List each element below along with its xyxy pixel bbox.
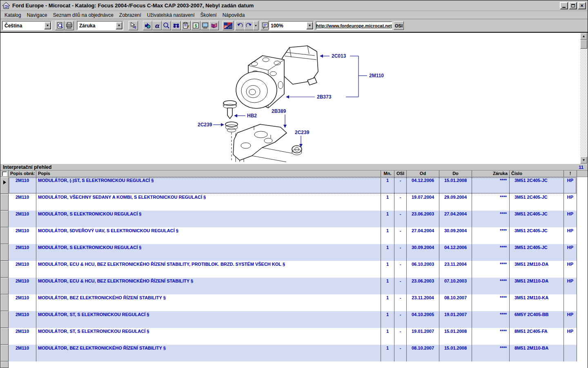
cell-zaruka: ****	[472, 261, 510, 278]
header-od[interactable]: Od	[407, 171, 439, 177]
diagram-label-2b389: 2B389	[272, 108, 286, 114]
cell-popis: MODULÁTOR, ST, S ELEKTRONICKOU REGULACÍ …	[36, 311, 381, 328]
search-button[interactable]	[172, 21, 181, 30]
table-row[interactable]: 2M110 MODULÁTOR, BEZ ELEKTRONICKÉHO ŘÍZE…	[0, 294, 577, 311]
row-gutter[interactable]	[0, 278, 9, 294]
menu-napoveda[interactable]: Nápověda	[220, 11, 247, 19]
flags-button[interactable]	[223, 21, 234, 30]
print-preview-button[interactable]	[55, 21, 65, 30]
minimize-button[interactable]	[560, 2, 568, 9]
cell-mn: 1	[381, 227, 394, 244]
scroll-down-button[interactable]: ▼	[580, 157, 587, 164]
url-link-field[interactable]: http://www.fordeurope.microcat.net	[316, 21, 392, 30]
row-gutter[interactable]	[0, 345, 9, 361]
table-row[interactable]: 2M110 MODULÁTOR, S ELEKTRONICKOU REGULAC…	[0, 244, 577, 261]
maximize-button[interactable]	[569, 2, 577, 9]
language-dropdown[interactable]: Čeština ▼	[2, 21, 52, 30]
redo-dropdown-button[interactable]: ▼	[253, 21, 258, 30]
cell-popis: MODULÁTOR, ST, S ELEKTRONICKOU REGULACÍ …	[36, 328, 381, 345]
header-popis[interactable]: Popis	[36, 171, 381, 177]
price-info-button[interactable]: $	[191, 21, 200, 30]
zoom-button[interactable]	[162, 21, 171, 30]
cell-zaruka: ****	[472, 328, 510, 345]
scrollbar-thumb[interactable]	[580, 40, 587, 49]
cell-popis: MODULÁTOR, ECU & HCU, BEZ ELEKTRONICKÉHO…	[36, 278, 381, 294]
cell-zaruka: ****	[472, 345, 510, 361]
menu-seznam-dilu[interactable]: Seznam dílů na objednávce	[51, 11, 116, 19]
table-row[interactable]: 2M110 MODULÁTOR, ST, S ELEKTRONICKOU REG…	[0, 328, 577, 345]
notes-bubble-icon	[262, 22, 269, 29]
table-row[interactable]: 2M110 MODULÁTOR, BEZ ELEKTRONICKÉHO ŘÍZE…	[0, 345, 577, 361]
table-row[interactable]: 2M110 MODULÁTOR, S ELEKTRONICKOU REGULAC…	[0, 211, 577, 227]
cell-od: 23.06.2003	[407, 211, 439, 227]
vertical-scrollbar[interactable]: ▲ ▼	[580, 33, 587, 164]
menu-skoleni[interactable]: Školení	[198, 11, 219, 19]
menu-zobrazeni[interactable]: Zobrazení	[117, 11, 144, 19]
row-gutter[interactable]	[0, 244, 9, 261]
undo-button[interactable]	[235, 21, 245, 30]
print-button[interactable]	[65, 21, 74, 30]
row-gutter[interactable]	[0, 177, 9, 194]
cell-hp: HP	[564, 311, 577, 328]
filter-dropdown[interactable]: Záruka ▼	[77, 21, 123, 30]
row-gutter[interactable]	[0, 311, 9, 328]
select-all-cell[interactable]	[0, 171, 9, 177]
order-list-button[interactable]	[181, 21, 191, 30]
cell-cislo: 3M51 2M110-DA	[510, 278, 564, 294]
diagram-label-2c239-right: 2C239	[295, 130, 310, 135]
url-link[interactable]: http://www.fordeurope.microcat.net	[316, 23, 392, 28]
help-book-button[interactable]: ?	[209, 21, 219, 30]
header-mn[interactable]: Mn.	[381, 171, 394, 177]
cell-cislo: 3M51 2M110-DA	[510, 261, 564, 278]
cell-od: 06.10.2003	[407, 261, 439, 278]
redo-button[interactable]	[244, 21, 254, 30]
cell-od: 08.10.2007	[407, 345, 439, 361]
menu-katalog[interactable]: Katalog	[2, 11, 24, 19]
header-cislo[interactable]: Číslo	[510, 171, 564, 177]
chevron-down-icon[interactable]: ▼	[44, 22, 51, 29]
row-gutter[interactable]	[0, 211, 9, 227]
zoom-dropdown[interactable]: 100% ▼	[268, 21, 314, 30]
scroll-up-button[interactable]: ▲	[580, 33, 587, 40]
monitor-button[interactable]	[200, 21, 210, 30]
table-row[interactable]: 2M110 MODULÁTOR, ECU & HCU, BEZ ELEKTRON…	[0, 278, 577, 294]
cell-hp: HP	[564, 227, 577, 244]
select-pointer-button[interactable]	[129, 21, 138, 30]
select-all-checkbox[interactable]	[2, 171, 7, 176]
row-gutter[interactable]	[0, 261, 9, 278]
table-row[interactable]: 2M110 MODULÁTOR, (-)ST, S ELEKTRONICKOU …	[0, 177, 577, 194]
us-eu-flags-icon	[224, 22, 232, 29]
close-button[interactable]: ×	[578, 2, 586, 9]
cell-popis-obra: 2M110	[9, 227, 36, 244]
chevron-down-icon[interactable]: ▼	[306, 22, 313, 29]
osi-button[interactable]: OSI	[394, 21, 404, 30]
cell-mn: 1	[381, 244, 394, 261]
table-row[interactable]: 2M110 MODULÁTOR, ECU & HCU, BEZ ELEKTRON…	[0, 261, 577, 278]
header-osi[interactable]: OSI	[394, 171, 407, 177]
cell-osi: -	[394, 278, 407, 294]
row-gutter[interactable]	[0, 227, 9, 244]
chevron-down-icon[interactable]: ▼	[116, 22, 122, 29]
header-do[interactable]: Do	[439, 171, 472, 177]
cell-zaruka: ****	[472, 227, 510, 244]
header-zaruka[interactable]: Záruka	[472, 171, 510, 177]
table-row[interactable]: 2M110 MODULÁTOR, 5DVEŘOVÝ UAV, S ELEKTRO…	[0, 227, 577, 244]
row-gutter[interactable]	[0, 194, 9, 211]
cell-hp	[564, 294, 577, 311]
row-gutter[interactable]	[0, 328, 9, 345]
cell-mn: 1	[381, 177, 394, 194]
table-body: 2M110 MODULÁTOR, (-)ST, S ELEKTRONICKOU …	[0, 177, 588, 368]
table-row[interactable]: 2M110 MODULÁTOR, ST, S ELEKTRONICKOU REG…	[0, 311, 577, 328]
cell-osi: -	[394, 328, 407, 345]
header-excl[interactable]: !	[564, 171, 577, 177]
cell-cislo: 3M51 2C405-JC	[510, 227, 564, 244]
cell-do: 04.12.2006	[439, 244, 472, 261]
row-gutter[interactable]	[0, 294, 9, 311]
menu-navigace[interactable]: Navigace	[24, 11, 50, 19]
table-row[interactable]: 2M110 MODULÁTOR, VŠECHNY SEDANY A KOMBI,…	[0, 194, 577, 211]
cell-hp: HP	[564, 177, 577, 194]
menu-uzivatelska-nastaveni[interactable]: Uživatelská nastavení	[145, 11, 197, 19]
alpha-index-button[interactable]: α	[152, 21, 162, 30]
header-popis-obra[interactable]: Popis obrá:	[9, 171, 36, 177]
parts-nav-button[interactable]	[143, 21, 152, 30]
